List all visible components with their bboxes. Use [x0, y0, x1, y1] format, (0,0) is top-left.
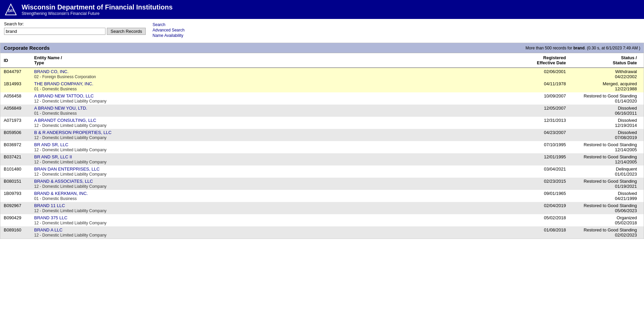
- table-row: B090429 BRAND 375 LLC 12 - Domestic Limi…: [0, 214, 644, 226]
- entity-type: 12 - Domestic Limited Liability Company: [34, 172, 106, 177]
- cell-status: Dissolved06/16/2011: [569, 105, 644, 117]
- name-availability-link[interactable]: Name Availability: [152, 33, 185, 38]
- cell-registered-date: 01/08/2018: [508, 226, 569, 239]
- table-row: B092967 BRAND 11 LLC 12 - Domestic Limit…: [0, 202, 644, 214]
- advanced-search-link[interactable]: Advanced Search: [152, 28, 185, 32]
- search-records-button[interactable]: Search Records: [107, 28, 146, 35]
- entity-name-link[interactable]: BRAND CO, INC.: [34, 69, 69, 74]
- cell-entity: BRAND CO, INC. 02 - Foreign Business Cor…: [31, 68, 508, 80]
- cell-registered-date: 04/23/2007: [508, 129, 569, 141]
- search-input-row: Search Records: [4, 28, 146, 35]
- entity-name-link[interactable]: A BRAND NEW TATTOO, LLC: [34, 93, 94, 98]
- cell-id: 1B14993: [0, 80, 31, 92]
- search-label: Search for:: [4, 22, 146, 26]
- cell-registered-date: 02/06/2001: [508, 68, 569, 80]
- table-row: B089160 BRAND A LLC 12 - Domestic Limite…: [0, 226, 644, 239]
- table-row: 1B09793 BRAND & KERKMAN, INC. 01 - Domes…: [0, 190, 644, 202]
- search-links: Search Advanced Search Name Availability: [152, 22, 185, 38]
- entity-name-link[interactable]: BRAND 11 LLC: [34, 203, 65, 208]
- cell-status: Dissolved04/21/1999: [569, 190, 644, 202]
- cell-status: Restored to Good Standing12/14/2005: [569, 141, 644, 153]
- cell-status: Withdrawal04/22/2002: [569, 68, 644, 80]
- entity-type: 01 - Domestic Business: [34, 111, 77, 116]
- cell-id: A056849: [0, 105, 31, 117]
- results-title: Corporate Records: [4, 45, 50, 51]
- entity-type: 01 - Domestic Business: [34, 196, 77, 201]
- table-row: 1B14993 THE BRAND COMPANY, INC. 01 - Dom…: [0, 80, 644, 92]
- entity-name-link[interactable]: A BRANDT CONSULTING, LLC: [34, 118, 96, 123]
- entity-name-link[interactable]: BRAND & KERKMAN, INC.: [34, 191, 88, 196]
- entity-name-link[interactable]: A BRAND NEW YOU, LTD.: [34, 106, 87, 111]
- table-row: B044797 BRAND CO, INC. 02 - Foreign Busi…: [0, 68, 644, 80]
- header-text: Wisconsin Department of Financial Instit…: [22, 3, 173, 16]
- col-id: ID: [0, 53, 31, 68]
- cell-registered-date: 12/31/2013: [508, 117, 569, 129]
- entity-type: 12 - Domestic Limited Liability Company: [34, 148, 106, 152]
- cell-entity: A BRAND NEW TATTOO, LLC 12 - Domestic Li…: [31, 92, 508, 105]
- results-meta-prefix: More than 500 records for: [525, 46, 573, 50]
- results-meta: More than 500 records for brand. (0.30 s…: [525, 46, 640, 50]
- cell-id: B036972: [0, 141, 31, 153]
- records-tbody: B044797 BRAND CO, INC. 02 - Foreign Busi…: [0, 68, 644, 239]
- cell-entity: A BRANDT CONSULTING, LLC 12 - Domestic L…: [31, 117, 508, 129]
- records-table: ID Entity Name /Type RegisteredEffective…: [0, 53, 644, 239]
- cell-id: B092967: [0, 202, 31, 214]
- entity-type: 12 - Domestic Limited Liability Company: [34, 184, 106, 189]
- entity-name-link[interactable]: BRAN DAN ENTERPRISES, LLC: [34, 166, 100, 172]
- cell-entity: THE BRAND COMPANY, INC. 01 - Domestic Bu…: [31, 80, 508, 92]
- cell-id: B059506: [0, 129, 31, 141]
- cell-registered-date: 07/10/1995: [508, 141, 569, 153]
- cell-id: A071973: [0, 117, 31, 129]
- col-entity-name-type: Entity Name /Type: [31, 53, 508, 68]
- cell-id: B101480: [0, 165, 31, 178]
- entity-name-link[interactable]: BRAND 375 LLC: [34, 215, 67, 220]
- entity-type: 12 - Domestic Limited Liability Company: [34, 221, 106, 225]
- entity-name-link[interactable]: BR AND SR, LLC II: [34, 154, 72, 159]
- cell-id: A056458: [0, 92, 31, 105]
- cell-id: B080151: [0, 178, 31, 190]
- entity-name-link[interactable]: THE BRAND COMPANY, INC.: [34, 81, 93, 86]
- page-header: DFI Wisconsin Department of Financial In…: [0, 0, 644, 19]
- org-subtitle: Strengthening Wisconsin's Financial Futu…: [22, 11, 173, 16]
- cell-registered-date: 04/11/1978: [508, 80, 569, 92]
- cell-status: Restored to Good Standing02/02/2023: [569, 226, 644, 239]
- cell-registered-date: 09/01/1965: [508, 190, 569, 202]
- cell-entity: BR AND SR, LLC 12 - Domestic Limited Lia…: [31, 141, 508, 153]
- cell-registered-date: 03/04/2021: [508, 165, 569, 178]
- table-row: A071973 A BRANDT CONSULTING, LLC 12 - Do…: [0, 117, 644, 129]
- cell-status: Merged, acquired12/22/1988: [569, 80, 644, 92]
- search-left: Search for: Search Records: [4, 22, 146, 35]
- cell-id: B089160: [0, 226, 31, 239]
- table-row: B101480 BRAN DAN ENTERPRISES, LLC 12 - D…: [0, 165, 644, 178]
- cell-status: Dissolved12/19/2014: [569, 117, 644, 129]
- entity-type: 12 - Domestic Limited Liability Company: [34, 233, 106, 238]
- table-row: B036972 BR AND SR, LLC 12 - Domestic Lim…: [0, 141, 644, 153]
- results-header: Corporate Records More than 500 records …: [0, 43, 644, 53]
- col-registered-date: RegisteredEffective Date: [508, 53, 569, 68]
- results-meta-term: brand: [573, 46, 585, 50]
- org-title: Wisconsin Department of Financial Instit…: [22, 3, 173, 11]
- entity-name-link[interactable]: BR AND SR, LLC: [34, 142, 68, 147]
- table-header-row: ID Entity Name /Type RegisteredEffective…: [0, 53, 644, 68]
- cell-status: Restored to Good Standing12/14/2005: [569, 153, 644, 165]
- entity-name-link[interactable]: BRAND A LLC: [34, 227, 63, 232]
- col-status-date: Status /Status Date: [569, 53, 644, 68]
- cell-status: Restored to Good Standing05/06/2023: [569, 202, 644, 214]
- entity-name-link[interactable]: BRAND & ASSOCIATES, LLC: [34, 179, 93, 184]
- table-row: B080151 BRAND & ASSOCIATES, LLC 12 - Dom…: [0, 178, 644, 190]
- cell-registered-date: 05/02/2018: [508, 214, 569, 226]
- cell-registered-date: 02/23/2015: [508, 178, 569, 190]
- search-link[interactable]: Search: [152, 22, 185, 27]
- entity-type: 12 - Domestic Limited Liability Company: [34, 160, 106, 164]
- cell-entity: A BRAND NEW YOU, LTD. 01 - Domestic Busi…: [31, 105, 508, 117]
- entity-type: 12 - Domestic Limited Liability Company: [34, 99, 106, 104]
- cell-entity: BRAND 375 LLC 12 - Domestic Limited Liab…: [31, 214, 508, 226]
- cell-id: 1B09793: [0, 190, 31, 202]
- search-input[interactable]: [4, 28, 105, 35]
- cell-registered-date: 12/05/2007: [508, 105, 569, 117]
- entity-name-link[interactable]: B & R ANDERSON PROPERTIES, LLC: [34, 130, 112, 135]
- table-row: A056458 A BRAND NEW TATTOO, LLC 12 - Dom…: [0, 92, 644, 105]
- dfi-logo: DFI: [4, 3, 18, 16]
- cell-status: Dissolved07/08/2019: [569, 129, 644, 141]
- cell-status: Delinquent01/01/2023: [569, 165, 644, 178]
